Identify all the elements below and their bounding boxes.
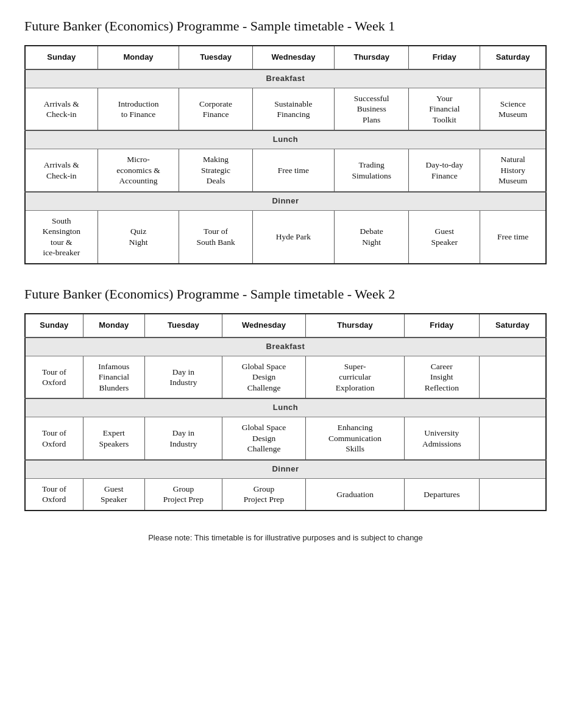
w1-b-wed: SustainableFinancing: [252, 88, 335, 130]
w1-b-tue: CorporateFinance: [179, 88, 252, 130]
w2-l-mon: ExpertSpeakers: [83, 417, 144, 460]
week2-col-tuesday: Tuesday: [144, 314, 222, 337]
week1-breakfast-label: Breakfast: [25, 69, 546, 88]
w1-l-mon: Micro-economics &Accounting: [98, 149, 179, 192]
week2-col-friday: Friday: [404, 314, 479, 337]
week2-dinner-label: Dinner: [25, 460, 546, 478]
week1-header-row: Sunday Monday Tuesday Wednesday Thursday…: [25, 46, 546, 69]
w1-l-thu: TradingSimulations: [335, 149, 409, 192]
week1-dinner-data: SouthKensingtontour &ice-breaker QuizNig…: [25, 210, 546, 264]
w1-b-mon: Introductionto Finance: [98, 88, 179, 130]
week2-col-saturday: Saturday: [479, 314, 546, 337]
week1-dinner-header: Dinner: [25, 192, 546, 210]
week1-col-monday: Monday: [98, 46, 179, 69]
w1-b-fri: YourFinancialToolkit: [409, 88, 480, 130]
w2-d-fri: Departures: [404, 478, 479, 511]
week1-lunch-header: Lunch: [25, 130, 546, 149]
w1-d-tue: Tour ofSouth Bank: [179, 210, 252, 264]
week2-col-sunday: Sunday: [25, 314, 83, 337]
w1-l-tue: MakingStrategicDeals: [179, 149, 252, 192]
w1-d-wed: Hyde Park: [252, 210, 335, 264]
w2-l-sun: Tour ofOxford: [25, 417, 83, 460]
week1-col-tuesday: Tuesday: [179, 46, 252, 69]
week2-col-thursday: Thursday: [306, 314, 405, 337]
w1-b-sun: Arrivals &Check-in: [25, 88, 98, 130]
w2-d-thu: Graduation: [306, 478, 405, 511]
week1-col-wednesday: Wednesday: [252, 46, 335, 69]
w2-d-sat: [479, 478, 546, 511]
week2-breakfast-header: Breakfast: [25, 337, 546, 356]
week1-table: Sunday Monday Tuesday Wednesday Thursday…: [24, 45, 547, 264]
week2-table: Sunday Monday Tuesday Wednesday Thursday…: [24, 313, 547, 511]
w2-b-sun: Tour ofOxford: [25, 356, 83, 398]
w2-b-thu: Super-curricularExploration: [306, 356, 405, 398]
w2-b-fri: CareerInsightReflection: [404, 356, 479, 398]
w1-l-fri: Day-to-dayFinance: [409, 149, 480, 192]
w2-b-tue: Day inIndustry: [144, 356, 222, 398]
week2-col-monday: Monday: [83, 314, 144, 337]
w2-b-wed: Global SpaceDesignChallenge: [222, 356, 305, 398]
w1-d-sat: Free time: [480, 210, 546, 264]
w2-d-mon: GuestSpeaker: [83, 478, 144, 511]
week1-lunch-label: Lunch: [25, 130, 546, 149]
week1-col-friday: Friday: [409, 46, 480, 69]
w2-l-fri: UniversityAdmissions: [404, 417, 479, 460]
week2-dinner-data: Tour ofOxford GuestSpeaker GroupProject …: [25, 478, 546, 511]
w1-l-wed: Free time: [252, 149, 335, 192]
week1-dinner-label: Dinner: [25, 192, 546, 210]
w1-d-thu: DebateNight: [335, 210, 409, 264]
w1-l-sun: Arrivals &Check-in: [25, 149, 98, 192]
w2-l-thu: EnhancingCommunicationSkills: [306, 417, 405, 460]
disclaimer-note: Please note: This timetable is for illus…: [24, 533, 547, 542]
w2-d-sun: Tour ofOxford: [25, 478, 83, 511]
w1-d-sun: SouthKensingtontour &ice-breaker: [25, 210, 98, 264]
week2-lunch-header: Lunch: [25, 398, 546, 417]
week1-breakfast-data: Arrivals &Check-in Introductionto Financ…: [25, 88, 546, 130]
week2-dinner-header: Dinner: [25, 460, 546, 478]
w2-l-sat: [479, 417, 546, 460]
week2-breakfast-data: Tour ofOxford InfamousFinancialBlunders …: [25, 356, 546, 398]
w2-d-wed: GroupProject Prep: [222, 478, 305, 511]
w1-b-thu: SuccessfulBusinessPlans: [335, 88, 409, 130]
week1-lunch-data: Arrivals &Check-in Micro-economics &Acco…: [25, 149, 546, 192]
week1-breakfast-header: Breakfast: [25, 69, 546, 88]
w1-b-sat: ScienceMuseum: [480, 88, 546, 130]
week2-lunch-label: Lunch: [25, 398, 546, 417]
week1-col-thursday: Thursday: [335, 46, 409, 69]
week2-breakfast-label: Breakfast: [25, 337, 546, 356]
w2-b-mon: InfamousFinancialBlunders: [83, 356, 144, 398]
w1-d-fri: GuestSpeaker: [409, 210, 480, 264]
w2-d-tue: GroupProject Prep: [144, 478, 222, 511]
week1-col-saturday: Saturday: [480, 46, 546, 69]
w1-d-mon: QuizNight: [98, 210, 179, 264]
week1-title: Future Banker (Economics) Programme - Sa…: [24, 18, 547, 34]
w2-b-sat: [479, 356, 546, 398]
w1-l-sat: NaturalHistoryMuseum: [480, 149, 546, 192]
week2-title: Future Banker (Economics) Programme - Sa…: [24, 286, 547, 302]
week2-header-row: Sunday Monday Tuesday Wednesday Thursday…: [25, 314, 546, 337]
w2-l-tue: Day inIndustry: [144, 417, 222, 460]
week2-col-wednesday: Wednesday: [222, 314, 305, 337]
week2-lunch-data: Tour ofOxford ExpertSpeakers Day inIndus…: [25, 417, 546, 460]
week1-col-sunday: Sunday: [25, 46, 98, 69]
w2-l-wed: Global SpaceDesignChallenge: [222, 417, 305, 460]
